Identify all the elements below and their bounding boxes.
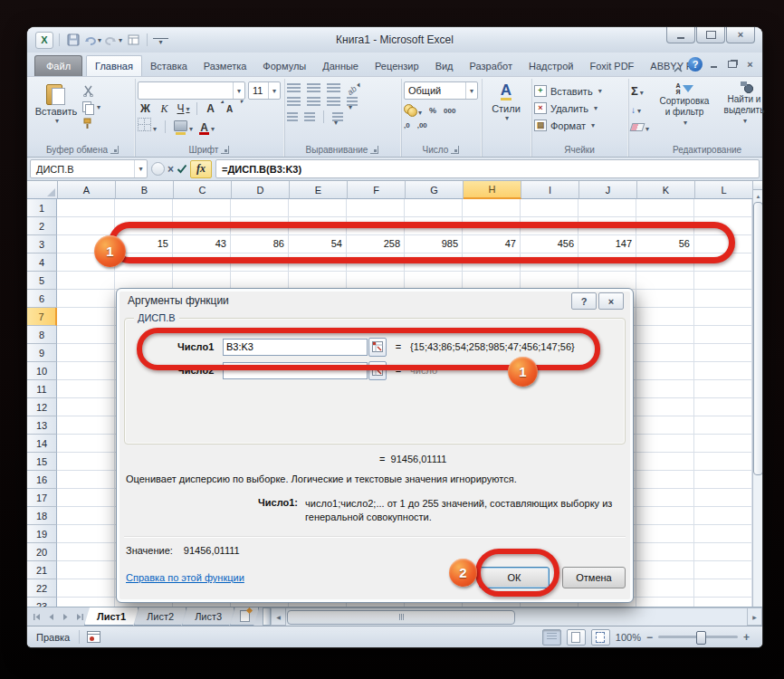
- cell-L18[interactable]: [694, 507, 752, 525]
- row-header-13[interactable]: 13: [27, 416, 57, 435]
- cell-B1[interactable]: [115, 199, 173, 217]
- comma-style-icon[interactable]: 000: [444, 107, 455, 115]
- cell-A13[interactable]: [57, 416, 115, 435]
- cell-F4[interactable]: [347, 253, 405, 272]
- column-header-K[interactable]: K: [637, 181, 695, 199]
- cell-L16[interactable]: [694, 471, 752, 489]
- cell-L19[interactable]: [694, 525, 752, 543]
- merge-center-icon[interactable]: [332, 112, 343, 122]
- cell-B4[interactable]: [115, 253, 173, 272]
- scroll-right-icon[interactable]: ▶: [747, 607, 762, 626]
- cell-A11[interactable]: [57, 380, 115, 398]
- styles-button[interactable]: А Стили: [484, 80, 528, 143]
- row-header-17[interactable]: 17: [27, 489, 57, 507]
- help-icon[interactable]: ?: [688, 57, 703, 72]
- workbook-restore-icon[interactable]: [725, 59, 739, 71]
- cell-D5[interactable]: [231, 272, 289, 290]
- delete-cells-button[interactable]: ×Удалить: [534, 100, 625, 117]
- cell-L8[interactable]: [694, 326, 752, 344]
- row-header-21[interactable]: 21: [27, 561, 57, 579]
- cell-A2[interactable]: [57, 217, 115, 235]
- cell-L15[interactable]: [694, 453, 752, 471]
- cell-A15[interactable]: [57, 453, 115, 471]
- cell-K19[interactable]: [636, 525, 694, 543]
- collapse-ribbon-icon[interactable]: [673, 61, 684, 68]
- fill-icon[interactable]: ↓: [631, 100, 655, 117]
- sheet-tab-Лист3[interactable]: Лист3: [182, 607, 234, 626]
- cell-L4[interactable]: [694, 253, 752, 272]
- name-box[interactable]: ДИСП.В: [30, 159, 148, 178]
- cut-icon[interactable]: [82, 84, 100, 98]
- align-bottom-icon[interactable]: [327, 83, 340, 93]
- cell-L10[interactable]: [694, 362, 752, 380]
- row-header-19[interactable]: 19: [27, 525, 57, 543]
- dialog-launcher-icon[interactable]: [110, 146, 119, 154]
- row-header-23[interactable]: 23: [27, 598, 57, 607]
- tab-Вид[interactable]: Вид: [427, 55, 462, 76]
- cell-A23[interactable]: [57, 598, 115, 607]
- column-header-E[interactable]: E: [290, 181, 348, 199]
- find-select-button[interactable]: Найти и выделить: [714, 81, 774, 143]
- cell-L6[interactable]: [694, 290, 752, 308]
- cell-L11[interactable]: [694, 380, 752, 398]
- maximize-button[interactable]: [696, 27, 725, 43]
- row-header-7[interactable]: 7: [27, 308, 57, 326]
- horizontal-scroll-thumb[interactable]: [287, 610, 515, 625]
- column-header-J[interactable]: J: [579, 181, 637, 199]
- cell-I1[interactable]: [521, 199, 578, 217]
- scroll-left-icon[interactable]: ◀: [271, 607, 286, 626]
- row-header-22[interactable]: 22: [27, 579, 57, 598]
- cell-D3[interactable]: 86: [231, 235, 289, 253]
- cancel-entry-icon[interactable]: ×: [167, 164, 174, 175]
- tab-file[interactable]: Файл: [34, 55, 82, 76]
- cell-L12[interactable]: [694, 398, 752, 416]
- tab-Разметка[interactable]: Разметка: [196, 55, 255, 76]
- zoom-out-icon[interactable]: −: [646, 631, 653, 644]
- align-center-icon[interactable]: [307, 97, 320, 107]
- cell-K10[interactable]: [636, 362, 694, 380]
- format-painter-icon[interactable]: [82, 117, 100, 130]
- row-header-11[interactable]: 11: [27, 380, 57, 398]
- cell-K11[interactable]: [636, 380, 694, 398]
- cell-K9[interactable]: [636, 344, 694, 362]
- dialog-launcher-icon[interactable]: [451, 146, 459, 154]
- format-cells-button[interactable]: ▤Формат: [534, 117, 625, 134]
- arg2-input[interactable]: [223, 362, 368, 379]
- cell-K18[interactable]: [636, 507, 694, 525]
- decrease-indent-icon[interactable]: [287, 112, 298, 122]
- orientation-icon[interactable]: ab: [346, 81, 363, 97]
- ok-button[interactable]: ОК: [479, 567, 550, 588]
- row-header-12[interactable]: 12: [27, 398, 57, 416]
- row-header-10[interactable]: 10: [27, 362, 57, 380]
- cell-B2[interactable]: [115, 217, 173, 235]
- cell-D1[interactable]: [231, 199, 289, 217]
- sheet-tab-Лист2[interactable]: Лист2: [134, 607, 186, 626]
- horizontal-scrollbar[interactable]: [286, 607, 747, 626]
- cell-K21[interactable]: [636, 561, 694, 579]
- cell-K2[interactable]: [636, 217, 694, 235]
- clear-icon[interactable]: [631, 119, 655, 135]
- column-header-B[interactable]: B: [116, 181, 174, 199]
- borders-icon[interactable]: [138, 118, 157, 135]
- cell-H5[interactable]: [463, 272, 521, 290]
- cell-A1[interactable]: [57, 199, 115, 217]
- cell-K7[interactable]: [636, 308, 694, 326]
- formula-input[interactable]: =ДИСП.В(B3:K3): [215, 159, 760, 178]
- cell-L7[interactable]: [694, 308, 752, 326]
- cell-K12[interactable]: [636, 398, 694, 416]
- tab-Foxit PDF[interactable]: Foxit PDF: [581, 55, 642, 76]
- row-header-2[interactable]: 2: [27, 217, 57, 235]
- cell-E5[interactable]: [289, 272, 347, 290]
- normal-view-button[interactable]: [542, 629, 561, 646]
- row-header-20[interactable]: 20: [27, 543, 57, 561]
- cell-L23[interactable]: [694, 598, 752, 607]
- cell-G2[interactable]: [405, 217, 463, 235]
- next-sheet-icon[interactable]: [59, 610, 72, 623]
- cell-K15[interactable]: [636, 453, 694, 471]
- dialog-title-bar[interactable]: Аргументы функции ? ×: [117, 289, 633, 312]
- cell-L21[interactable]: [694, 561, 752, 579]
- cell-L3[interactable]: [694, 235, 752, 253]
- last-sheet-icon[interactable]: [73, 610, 86, 623]
- range-picker-icon[interactable]: [368, 338, 387, 357]
- shrink-font-button[interactable]: А: [222, 101, 237, 116]
